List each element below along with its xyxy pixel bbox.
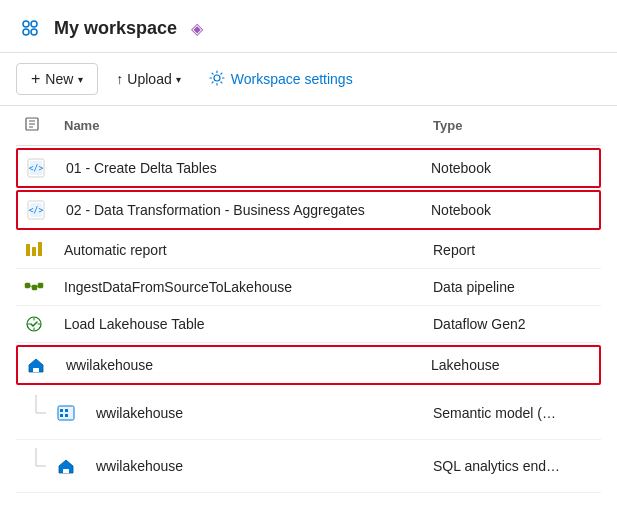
svg-rect-30: [65, 414, 68, 417]
child-row-type: SQL analytics end…: [433, 458, 593, 474]
settings-label: Workspace settings: [231, 71, 353, 87]
row-icon: [24, 277, 64, 297]
svg-point-3: [31, 29, 37, 35]
row-name: Load Lakehouse Table: [64, 316, 433, 332]
svg-rect-27: [60, 409, 63, 412]
child-row-name: wwilakehouse: [96, 458, 433, 474]
svg-line-20: [30, 286, 32, 288]
table-row[interactable]: wwilakehouse Lakehouse: [16, 345, 601, 385]
svg-rect-17: [25, 283, 30, 288]
upload-icon: ↑: [116, 71, 123, 87]
svg-rect-28: [65, 409, 68, 412]
workspace-title: My workspace: [54, 18, 177, 39]
svg-rect-15: [32, 247, 36, 256]
page-header: My workspace ◈: [0, 0, 617, 53]
workspace-icon: [16, 14, 44, 42]
workspace-settings-button[interactable]: Workspace settings: [199, 64, 363, 95]
new-chevron-icon: ▾: [78, 74, 83, 85]
new-button[interactable]: + New ▾: [16, 63, 98, 95]
row-type: Dataflow Gen2: [433, 316, 593, 332]
svg-rect-29: [60, 414, 63, 417]
row-icon: [24, 314, 64, 334]
upload-label: Upload: [127, 71, 171, 87]
row-name: 01 - Create Delta Tables: [66, 160, 431, 176]
premium-icon: ◈: [191, 19, 203, 38]
svg-point-2: [23, 29, 29, 35]
row-icon: [24, 240, 64, 260]
table-row[interactable]: </> 02 - Data Transformation - Business …: [16, 190, 601, 230]
row-name: IngestDataFromSourceToLakehouse: [64, 279, 433, 295]
child-table-row[interactable]: wwilakehouse Semantic model (…: [16, 387, 601, 440]
svg-rect-16: [38, 242, 42, 256]
row-type: Lakehouse: [431, 357, 591, 373]
svg-rect-19: [38, 283, 43, 288]
svg-rect-23: [33, 368, 39, 372]
svg-text:</>: </>: [29, 206, 44, 215]
child-row-name: wwilakehouse: [96, 405, 433, 421]
child-table-row[interactable]: wwilakehouse SQL analytics end…: [16, 440, 601, 493]
table-row[interactable]: Load Lakehouse Table Dataflow Gen2: [16, 306, 601, 343]
header-type: Type: [433, 118, 593, 133]
table-row[interactable]: </> 01 - Create Delta Tables Notebook: [16, 148, 601, 188]
header-name: Name: [64, 118, 433, 133]
svg-point-1: [31, 21, 37, 27]
table-row[interactable]: IngestDataFromSourceToLakehouse Data pip…: [16, 269, 601, 306]
child-row-type: Semantic model (…: [433, 405, 593, 421]
row-icon: </>: [26, 158, 66, 178]
settings-icon: [209, 70, 225, 89]
row-type: Data pipeline: [433, 279, 593, 295]
svg-rect-14: [26, 244, 30, 256]
row-icon: </>: [26, 200, 66, 220]
items-table: Name Type </> 01 - Create Delta Tables N…: [0, 106, 617, 493]
row-name: 02 - Data Transformation - Business Aggr…: [66, 202, 431, 218]
svg-rect-18: [32, 285, 37, 290]
row-name: wwilakehouse: [66, 357, 431, 373]
svg-rect-26: [58, 406, 74, 420]
header-icon-col: [24, 116, 64, 135]
child-icon: [56, 403, 96, 423]
row-icon: [26, 355, 66, 375]
upload-button[interactable]: ↑ Upload ▾: [106, 65, 190, 93]
row-name: Automatic report: [64, 242, 433, 258]
plus-icon: +: [31, 70, 40, 88]
svg-text:</>: </>: [29, 164, 44, 173]
svg-rect-33: [63, 469, 69, 473]
child-icon: [56, 456, 96, 476]
upload-chevron-icon: ▾: [176, 74, 181, 85]
row-type: Notebook: [431, 202, 591, 218]
svg-point-0: [23, 21, 29, 27]
row-type: Report: [433, 242, 593, 258]
table-row[interactable]: Automatic report Report: [16, 232, 601, 269]
new-label: New: [45, 71, 73, 87]
row-type: Notebook: [431, 160, 591, 176]
table-header: Name Type: [16, 106, 601, 146]
toolbar: + New ▾ ↑ Upload ▾ Workspace settings: [0, 53, 617, 106]
